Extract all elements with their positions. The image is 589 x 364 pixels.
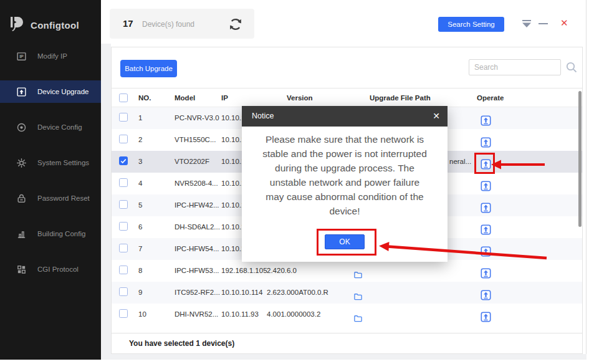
sidebar-item-label: System Settings <box>37 159 89 166</box>
ip-icon: IP <box>16 51 27 62</box>
header-model: Model <box>175 89 195 108</box>
left-gutter <box>101 44 111 360</box>
chart-icon <box>16 229 27 239</box>
row-checkbox[interactable] <box>119 287 128 296</box>
table-row[interactable]: 9 ITC952-RF2... 10.10.10.114 2.623.000AT… <box>112 282 582 304</box>
sidebar-item-label: Device Upgrade <box>37 88 89 95</box>
header-no: NO. <box>138 89 151 108</box>
selection-status-text: You have selected 1 device(s) <box>129 339 234 348</box>
app-logo: Configtool <box>9 12 79 37</box>
grid-icon <box>16 264 27 275</box>
close-icon[interactable]: ✕ <box>560 17 568 29</box>
selection-status-bar: You have selected 1 device(s) <box>112 333 582 353</box>
device-count: 17 <box>123 18 133 29</box>
sidebar-item-system-settings[interactable]: System Settings <box>0 151 101 174</box>
row-checkbox[interactable] <box>119 200 128 209</box>
gear-icon <box>16 158 27 168</box>
minimize-icon[interactable] <box>539 23 548 24</box>
table-row[interactable]: 8 IPC-HFW53... 192.168.1.105 2.420.6.0 <box>112 260 582 282</box>
target-icon <box>16 122 27 133</box>
sidebar-item-device-config[interactable]: Device Config <box>0 116 101 138</box>
sidebar-item-cgi-protocol[interactable]: CGI Protocol <box>0 258 101 280</box>
app-title: Configtool <box>31 20 79 31</box>
sidebar-item-label: Password Reset <box>37 194 90 202</box>
dialog-title: Notice <box>252 106 274 127</box>
dialog-close-icon[interactable]: ✕ <box>433 106 440 127</box>
sidebar-item-password-reset[interactable]: Password Reset <box>0 187 101 209</box>
app-window: Configtool IP Modify IP Device Upgrade <box>0 0 587 360</box>
collapse-panel-icon[interactable] <box>522 19 532 27</box>
row-checkbox-checked[interactable] <box>119 156 128 165</box>
svg-text:IP: IP <box>19 54 24 59</box>
search-icon[interactable] <box>565 61 578 74</box>
search-setting-button[interactable]: Search Setting <box>438 17 504 32</box>
search-input[interactable] <box>469 59 561 75</box>
refresh-icon[interactable] <box>228 17 243 32</box>
sidebar-item-building-config[interactable]: Building Config <box>0 223 101 245</box>
upgrade-icon <box>16 87 27 97</box>
table-header-row: NO. Model IP Version Upgrade File Path O… <box>112 88 582 107</box>
row-checkbox[interactable] <box>119 178 128 187</box>
ok-button[interactable]: OK <box>325 234 365 249</box>
sidebar-item-device-upgrade[interactable]: Device Upgrade <box>0 80 101 103</box>
row-checkbox[interactable] <box>119 244 128 252</box>
file-icon[interactable] <box>353 310 363 332</box>
bottom-gutter <box>101 354 587 360</box>
sidebar-item-modify-ip[interactable]: IP Modify IP <box>0 45 101 67</box>
row-checkbox[interactable] <box>119 266 128 274</box>
dialog-message: Please make sure that the network is sta… <box>242 132 448 218</box>
row-checkbox[interactable] <box>119 135 128 143</box>
sidebar-item-label: Device Config <box>37 123 82 131</box>
row-checkbox[interactable] <box>119 309 128 318</box>
dialog-titlebar: Notice ✕ <box>242 106 448 127</box>
sidebar: Configtool IP Modify IP Device Upgrade <box>0 0 101 360</box>
header-ip: IP <box>221 89 228 108</box>
dahua-logo-icon <box>9 16 25 34</box>
notice-dialog: Notice ✕ Please make sure that the netwo… <box>242 106 448 262</box>
batch-upgrade-button[interactable]: Batch Upgrade <box>120 60 177 77</box>
sidebar-item-label: Modify IP <box>37 52 67 60</box>
device-found-strip: 17 Device(s) found <box>110 9 254 39</box>
header-version: Version <box>287 89 313 108</box>
header-upgrade-file-path: Upgrade File Path <box>370 89 431 108</box>
sidebar-item-label: Building Config <box>37 230 85 237</box>
lock-icon <box>16 193 27 204</box>
operate-upgrade-icon[interactable] <box>481 309 491 331</box>
sidebar-item-label: CGI Protocol <box>37 266 79 273</box>
row-checkbox[interactable] <box>119 113 128 122</box>
device-found-label: Device(s) found <box>142 20 194 29</box>
row-checkbox[interactable] <box>119 222 128 231</box>
select-all-checkbox[interactable] <box>119 93 128 102</box>
header-operate: Operate <box>477 89 504 108</box>
vertical-scrollbar[interactable] <box>578 91 582 227</box>
table-row[interactable]: 10 DHI-NVR52... 10.10.11.93 4.001.000000… <box>112 304 582 325</box>
upgrade-file-path-fragment: neral... <box>449 151 471 173</box>
